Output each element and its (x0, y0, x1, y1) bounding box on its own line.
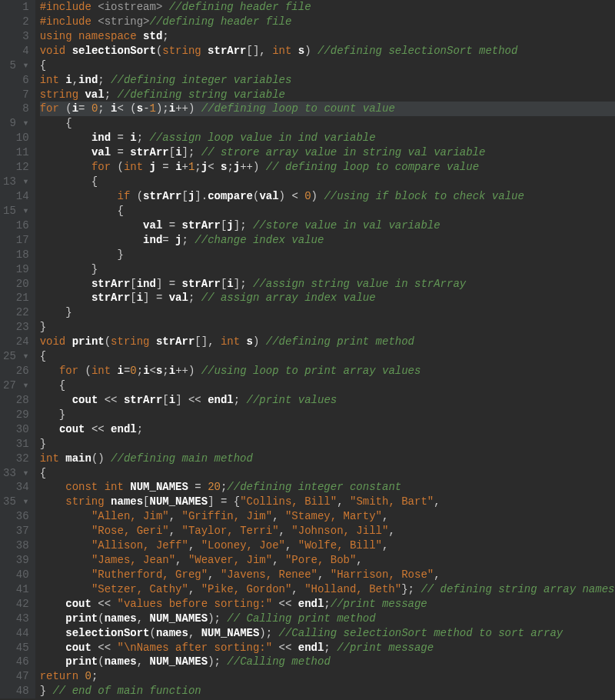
fold-indicator[interactable]: ▾ (22, 350, 28, 362)
line-number[interactable]: 13 ▾ (3, 175, 29, 189)
code-line[interactable]: val = strArr[i]; // strore array value i… (40, 145, 615, 160)
code-line[interactable]: for (i= 0; i< (s-1);i++) //defining loop… (40, 102, 615, 116)
code-line[interactable]: for (int i=0;i<s;i++) //using loop to pr… (40, 364, 615, 378)
line-number[interactable]: 36 (3, 509, 29, 524)
line-number[interactable]: 35 ▾ (3, 495, 29, 509)
line-number[interactable]: 3 (3, 29, 29, 44)
code-line[interactable]: cout << "\nNames after sorting:" << endl… (40, 641, 615, 655)
code-line[interactable]: int main() //defining main method (40, 452, 615, 466)
code-line[interactable]: } // end of main function (40, 684, 615, 698)
code-line[interactable]: cout << strArr[i] << endl; //print value… (40, 393, 615, 408)
line-number[interactable]: 24 (3, 335, 29, 349)
line-number[interactable]: 17 (3, 233, 29, 248)
code-line[interactable]: strArr[i] = val; // assign array index v… (40, 291, 615, 305)
line-number[interactable]: 46 (3, 655, 29, 669)
line-number[interactable]: 43 (3, 612, 29, 626)
line-number[interactable]: 47 (3, 669, 29, 684)
code-line[interactable]: ind= j; //change index value (40, 233, 615, 248)
line-number[interactable]: 11 (3, 145, 29, 160)
line-number[interactable]: 10 (3, 131, 29, 145)
code-line[interactable]: { (40, 175, 615, 189)
code-line[interactable]: #include <iostream> //defining header fi… (40, 0, 615, 15)
line-number[interactable]: 12 (3, 160, 29, 175)
line-number[interactable]: 21 (3, 291, 29, 305)
code-line[interactable]: { (40, 466, 615, 481)
code-line[interactable]: ind = i; //assign loop value in ind vari… (40, 131, 615, 145)
code-line[interactable]: { (40, 116, 615, 131)
fold-indicator[interactable]: ▾ (22, 59, 28, 72)
code-line[interactable]: "Allen, Jim", "Griffin, Jim", "Stamey, M… (40, 509, 615, 524)
code-line[interactable]: strArr[ind] = strArr[i]; //assign string… (40, 277, 615, 292)
line-number[interactable]: 33 ▾ (3, 466, 29, 481)
fold-indicator[interactable]: ▾ (22, 175, 28, 188)
line-number[interactable]: 42 (3, 597, 29, 612)
fold-indicator[interactable]: ▾ (22, 495, 28, 508)
code-line[interactable]: } (40, 262, 615, 277)
fold-indicator[interactable]: ▾ (22, 379, 28, 392)
code-line[interactable]: #include <string>//defining header file (40, 15, 615, 29)
code-line[interactable]: const int NUM_NAMES = 20;//defining inte… (40, 480, 615, 495)
line-number[interactable]: 5 ▾ (3, 58, 29, 73)
code-line[interactable]: "Allison, Jeff", "Looney, Joe", "Wolfe, … (40, 538, 615, 553)
code-line[interactable]: int i,ind; //defining integer variables (40, 73, 615, 88)
line-number[interactable]: 7 (3, 88, 29, 102)
line-number[interactable]: 30 (3, 422, 29, 437)
line-number[interactable]: 31 (3, 437, 29, 452)
line-number[interactable]: 14 (3, 189, 29, 204)
line-number[interactable]: 2 (3, 15, 29, 29)
line-number[interactable]: 34 (3, 480, 29, 495)
code-line[interactable]: using namespace std; (40, 29, 615, 44)
line-number[interactable]: 6 (3, 73, 29, 88)
line-number[interactable]: 23 (3, 320, 29, 335)
code-line[interactable]: for (int j = i+1;j< s;j++) // defining l… (40, 160, 615, 175)
code-line[interactable]: { (40, 378, 615, 393)
code-line[interactable]: } (40, 248, 615, 262)
line-number[interactable]: 32 (3, 452, 29, 466)
line-number[interactable]: 38 (3, 538, 29, 553)
line-number[interactable]: 16 (3, 218, 29, 233)
line-number[interactable]: 25 ▾ (3, 349, 29, 364)
line-number[interactable]: 41 (3, 582, 29, 597)
code-line[interactable]: void print(string strArr[], int s) //def… (40, 335, 615, 349)
code-line[interactable]: "Rutherford, Greg", "Javens, Renee", "Ha… (40, 568, 615, 582)
line-number[interactable]: 20 (3, 277, 29, 292)
line-number-gutter[interactable]: 12345 ▾6789 ▾10111213 ▾1415 ▾16171819202… (0, 0, 35, 698)
code-line[interactable]: selectionSort(names, NUM_NAMES); //Calli… (40, 626, 615, 641)
code-line[interactable]: "Rose, Geri", "Taylor, Terri", "Johnson,… (40, 524, 615, 538)
code-line[interactable]: { (40, 204, 615, 218)
line-number[interactable]: 48 (3, 684, 29, 698)
fold-indicator[interactable]: ▾ (22, 467, 28, 479)
code-line[interactable]: cout << endl; (40, 422, 615, 437)
line-number[interactable]: 8 (3, 102, 29, 116)
line-number[interactable]: 40 (3, 568, 29, 582)
fold-indicator[interactable]: ▾ (22, 117, 28, 129)
code-line[interactable]: cout << "values before sorting:" << endl… (40, 597, 615, 612)
code-line[interactable]: print(names, NUM_NAMES); //Calling metho… (40, 655, 615, 669)
line-number[interactable]: 18 (3, 248, 29, 262)
line-number[interactable]: 28 (3, 393, 29, 408)
line-number[interactable]: 45 (3, 641, 29, 655)
line-number[interactable]: 39 (3, 553, 29, 568)
code-line[interactable]: } (40, 320, 615, 335)
line-number[interactable]: 4 (3, 44, 29, 58)
line-number[interactable]: 44 (3, 626, 29, 641)
line-number[interactable]: 15 ▾ (3, 204, 29, 218)
code-line[interactable]: } (40, 437, 615, 452)
line-number[interactable]: 37 (3, 524, 29, 538)
line-number[interactable]: 29 (3, 408, 29, 422)
code-line[interactable]: "James, Jean", "Weaver, Jim", "Pore, Bob… (40, 553, 615, 568)
code-line[interactable]: string val; //defining string variable (40, 88, 615, 102)
code-line[interactable]: print(names, NUM_NAMES); // Calling prin… (40, 612, 615, 626)
fold-indicator[interactable]: ▾ (22, 205, 28, 217)
code-line[interactable]: } (40, 408, 615, 422)
line-number[interactable]: 27 ▾ (3, 378, 29, 393)
line-number[interactable]: 1 (3, 0, 29, 15)
code-line[interactable]: return 0; (40, 669, 615, 684)
code-editor-area[interactable]: #include <iostream> //defining header fi… (35, 0, 615, 698)
code-line[interactable]: } (40, 305, 615, 320)
code-line[interactable]: if (strArr[j].compare(val) < 0) //using … (40, 189, 615, 204)
line-number[interactable]: 22 (3, 305, 29, 320)
code-line[interactable]: "Setzer, Cathy", "Pike, Gordon", "Hollan… (40, 582, 615, 597)
line-number[interactable]: 9 ▾ (3, 116, 29, 131)
code-line[interactable]: string names[NUM_NAMES] = {"Collins, Bil… (40, 495, 615, 509)
